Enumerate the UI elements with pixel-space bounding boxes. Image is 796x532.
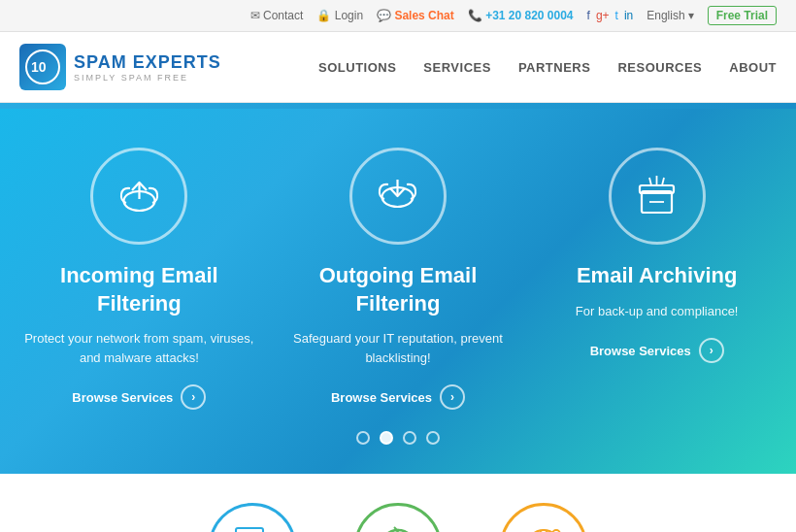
svg-text:10: 10 <box>31 59 47 75</box>
browse-services-incoming[interactable]: Browse Services › <box>72 384 206 410</box>
lock-icon: 🔒 <box>316 9 334 22</box>
nav-services[interactable]: SERVICES <box>423 60 491 75</box>
card-title-incoming: Incoming Email Filtering <box>19 262 259 317</box>
archive-box-icon <box>630 170 683 223</box>
browse-services-archiving[interactable]: Browse Services › <box>590 338 724 363</box>
bottom-icon-database <box>209 503 296 532</box>
arrow-right-icon: › <box>440 384 465 410</box>
logo: 10 SPAM EXPERTS SIMPLY SPAM FREE <box>19 44 221 90</box>
slider-dot-3[interactable] <box>403 431 416 445</box>
download-cloud-icon <box>371 170 424 223</box>
bottom-section: $ <box>0 474 796 532</box>
bottom-icon-globe <box>500 503 587 532</box>
envelope-icon: ✉ <box>250 9 263 22</box>
contact-link[interactable]: ✉ Contact <box>250 9 304 22</box>
hero-section: Incoming Email Filtering Protect your ne… <box>0 109 796 474</box>
phone-icon: 📞 <box>468 9 485 22</box>
card-desc-archiving: For back-up and compliance! <box>576 302 739 321</box>
archiving-icon-circle <box>609 148 706 245</box>
money-chart-icon: $ <box>372 520 425 532</box>
logo-icon: 10 <box>19 44 66 90</box>
hero-card-incoming: Incoming Email Filtering Protect your ne… <box>19 148 259 410</box>
googleplus-icon[interactable]: g+ <box>596 9 610 22</box>
logo-text: SPAM EXPERTS SIMPLY SPAM FREE <box>74 52 221 83</box>
database-people-icon <box>226 520 280 532</box>
svg-rect-12 <box>236 528 263 532</box>
globe-icon <box>517 520 571 532</box>
nav-resources[interactable]: RESOURCES <box>617 60 702 75</box>
arrow-right-icon: › <box>181 384 206 410</box>
slider-dots <box>19 431 777 445</box>
phone-number: 📞 +31 20 820 0004 <box>468 9 574 22</box>
nav-partners[interactable]: PARTNERS <box>518 60 591 75</box>
upload-cloud-icon <box>113 170 166 223</box>
nav-solutions[interactable]: SOLUTIONS <box>318 60 396 75</box>
sales-chat-link[interactable]: 💬 Sales Chat <box>377 9 454 22</box>
login-link[interactable]: 🔒 Login <box>316 9 363 22</box>
linkedin-icon[interactable]: in <box>624 9 633 22</box>
facebook-icon[interactable]: f <box>587 9 590 22</box>
outgoing-icon-circle <box>349 148 447 245</box>
svg-line-10 <box>662 178 664 185</box>
hero-grid: Incoming Email Filtering Protect your ne… <box>19 148 777 410</box>
free-trial-button[interactable]: Free Trial <box>708 6 777 25</box>
hero-card-archiving: Email Archiving For back-up and complian… <box>537 148 777 410</box>
chevron-down-icon: ▾ <box>688 9 694 22</box>
card-title-archiving: Email Archiving <box>577 262 737 290</box>
slider-dot-1[interactable] <box>356 431 370 445</box>
card-desc-outgoing: Safeguard your IT reputation, prevent bl… <box>279 329 518 367</box>
slider-dot-4[interactable] <box>426 431 440 445</box>
incoming-icon-circle <box>90 148 187 245</box>
card-desc-incoming: Protect your network from spam, viruses,… <box>19 329 259 367</box>
slider-dot-2[interactable] <box>380 431 393 445</box>
nav-links: SOLUTIONS SERVICES PARTNERS RESOURCES AB… <box>318 60 777 75</box>
twitter-icon[interactable]: t <box>615 9 618 22</box>
arrow-right-icon: › <box>699 338 724 363</box>
language-selector[interactable]: English ▾ <box>647 9 693 22</box>
main-navigation: 10 SPAM EXPERTS SIMPLY SPAM FREE SOLUTIO… <box>0 32 796 103</box>
social-icons: f g+ t in <box>587 9 634 22</box>
bottom-icon-money: $ <box>354 503 442 532</box>
browse-services-outgoing[interactable]: Browse Services › <box>331 384 465 410</box>
card-title-outgoing: Outgoing Email Filtering <box>279 262 518 317</box>
top-bar: ✉ Contact 🔒 Login 💬 Sales Chat 📞 +31 20 … <box>0 0 796 32</box>
nav-about[interactable]: ABOUT <box>729 60 777 75</box>
chat-icon: 💬 <box>377 9 394 22</box>
hero-card-outgoing: Outgoing Email Filtering Safeguard your … <box>279 148 518 410</box>
svg-line-8 <box>649 178 651 185</box>
